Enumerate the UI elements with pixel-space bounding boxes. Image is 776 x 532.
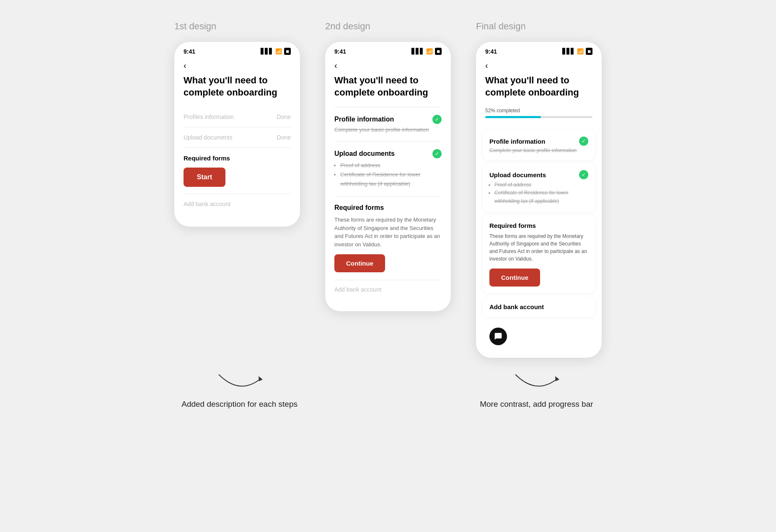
annotation-label-1: Added description for each steps (181, 400, 297, 409)
time-first: 9:41 (184, 48, 195, 55)
phone-first: 9:41 ▋▋▋ 📶 ■ ‹ What you'll need to compl… (174, 42, 300, 227)
status-icons-final: ▋▋▋ 📶 ■ (562, 48, 592, 55)
arrow-1 (215, 370, 265, 395)
design-column-first: 1st design 9:41 ▋▋▋ 📶 ■ ‹ What you'll ne… (174, 21, 300, 227)
svg-marker-1 (555, 376, 559, 381)
continue-button-final[interactable]: Continue (489, 269, 540, 287)
card-profile-subtitle: Complete your basic profile information (489, 147, 588, 153)
page-title-final: What you'll need to complete onboarding (476, 75, 602, 103)
step-forms-desc-second: These forms are required by the Monetary… (334, 216, 442, 248)
step-profiles-first: Profiles information Done (174, 107, 300, 127)
bullet-1-second: Proof of address (340, 161, 442, 170)
add-bank-second: Add bank account (325, 280, 451, 299)
step-profiles-label: Profiles information (184, 114, 234, 120)
signal-icon-final: ▋▋▋ (562, 48, 575, 54)
status-icons-first: ▋▋▋ 📶 ■ (261, 48, 291, 55)
bullet-2-second: Certificate of Residence for lower withh… (340, 170, 442, 189)
step-upload-title-second: Upload documents (334, 150, 395, 158)
phone-second: 9:41 ▋▋▋ 📶 ■ ‹ What you'll need to compl… (325, 42, 451, 311)
annotation-row: Added description for each steps More co… (17, 370, 759, 409)
progress-label-final: 52% completed (485, 108, 592, 114)
status-icons-second: ▋▋▋ 📶 ■ (411, 48, 442, 55)
arrow-section-1: Added description for each steps (165, 370, 313, 409)
bullet-2-final: Certificate of Residence for lower withh… (494, 189, 588, 205)
battery-icon-final: ■ (586, 48, 592, 55)
design-label-second: 2nd design (325, 21, 370, 32)
check-upload-final: ✓ (579, 170, 588, 179)
back-button-final[interactable]: ‹ (476, 58, 602, 75)
page-title-second: What you'll need to complete onboarding (325, 75, 451, 107)
chat-icon (494, 332, 502, 341)
step-forms-second: Required forms These forms are required … (325, 196, 451, 280)
upload-bullets-second: Proof of address Certificate of Residenc… (334, 161, 442, 189)
main-layout: 1st design 9:41 ▋▋▋ 📶 ■ ‹ What you'll ne… (17, 21, 759, 358)
wifi-icon-second: 📶 (426, 48, 433, 54)
step-profiles-done: Done (277, 114, 291, 120)
card-bank-final: Add bank account (483, 297, 595, 318)
card-profile-title: Profile information (489, 138, 545, 145)
add-bank-label-first: Add bank account (184, 201, 230, 207)
design-label-final: Final design (476, 21, 526, 32)
progress-section-final: 52% completed (476, 103, 602, 127)
step-upload-label: Upload documents (184, 134, 233, 141)
card-forms-desc: These forms are required by the Monetary… (489, 232, 588, 263)
status-bar-final: 9:41 ▋▋▋ 📶 ■ (476, 42, 602, 58)
check-upload-second: ✓ (432, 149, 442, 158)
page-title-first: What you'll need to complete onboarding (174, 75, 300, 107)
card-forms-final: Required forms These forms are required … (483, 215, 595, 293)
design-column-final: Final design 9:41 ▋▋▋ 📶 ■ ‹ What you'll … (476, 21, 602, 358)
status-bar-first: 9:41 ▋▋▋ 📶 ■ (174, 42, 300, 58)
wifi-icon-first: 📶 (275, 48, 282, 54)
continue-button-second[interactable]: Continue (334, 254, 385, 272)
card-forms-title: Required forms (489, 222, 536, 229)
step-profile-second: Profile information ✓ Complete your basi… (325, 107, 451, 141)
step-upload-done: Done (277, 134, 291, 141)
design-label-first: 1st design (174, 21, 216, 32)
time-second: 9:41 (334, 48, 346, 55)
step-forms-first: Required forms (174, 148, 300, 164)
upload-bullets-final: Proof of address Certificate of Residenc… (489, 181, 588, 205)
time-final: 9:41 (485, 48, 497, 55)
back-button-second[interactable]: ‹ (325, 58, 451, 75)
chat-fab[interactable] (489, 328, 507, 345)
step-profile-title-second: Profile information (334, 116, 394, 123)
progress-fill-final (485, 116, 541, 118)
card-profile-final: Profile information ✓ Complete your basi… (483, 130, 595, 160)
card-upload-final: Upload documents ✓ Proof of address Cert… (483, 163, 595, 212)
signal-icon-second: ▋▋▋ (411, 48, 424, 54)
start-button[interactable]: Start (184, 168, 225, 187)
check-profile-final: ✓ (579, 137, 588, 146)
step-forms-label: Required forms (184, 155, 230, 162)
step-upload-second: Upload documents ✓ Proof of address Cert… (325, 142, 451, 196)
status-bar-second: 9:41 ▋▋▋ 📶 ■ (325, 42, 451, 58)
check-profile-second: ✓ (432, 115, 442, 124)
wifi-icon-final: 📶 (577, 48, 584, 54)
add-bank-first: Add bank account (174, 194, 300, 214)
progress-track-final (485, 116, 592, 118)
battery-icon-first: ■ (284, 48, 291, 55)
bullet-1-final: Proof of address (494, 181, 588, 189)
design-column-second: 2nd design 9:41 ▋▋▋ 📶 ■ ‹ What you'll ne… (325, 21, 451, 311)
card-upload-title: Upload documents (489, 171, 546, 178)
card-bank-title: Add bank account (489, 303, 544, 310)
annotation-label-2: More contrast, add progress bar (480, 400, 593, 409)
step-upload-first: Upload documents Done (174, 127, 300, 147)
battery-icon-second: ■ (435, 48, 442, 55)
svg-marker-0 (259, 376, 263, 381)
back-button-first[interactable]: ‹ (174, 58, 300, 75)
step-forms-title-second: Required forms (334, 204, 384, 212)
arrow-2 (511, 370, 561, 395)
arrow-section-2: More contrast, add progress bar (462, 370, 610, 409)
phone-final: 9:41 ▋▋▋ 📶 ■ ‹ What you'll need to compl… (476, 42, 602, 358)
signal-icon-first: ▋▋▋ (261, 48, 273, 54)
step-profile-subtitle-second: Complete your basic profile information (334, 127, 442, 133)
